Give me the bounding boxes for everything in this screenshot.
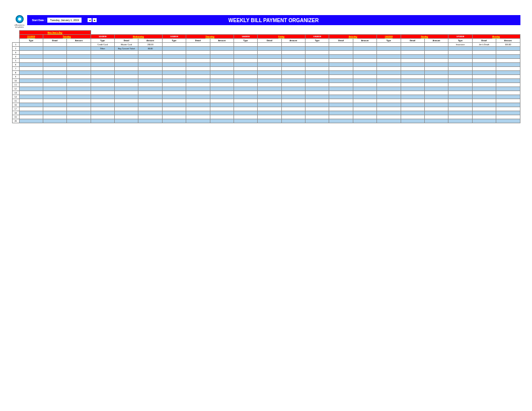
data-cell[interactable]	[496, 95, 520, 99]
data-cell[interactable]	[162, 103, 186, 107]
data-cell[interactable]	[43, 79, 66, 83]
data-cell[interactable]	[353, 111, 376, 115]
data-cell[interactable]	[258, 83, 281, 87]
data-cell[interactable]	[306, 59, 329, 63]
data-cell[interactable]	[210, 59, 234, 63]
data-cell[interactable]	[472, 111, 496, 115]
data-cell[interactable]	[401, 43, 424, 47]
data-cell[interactable]	[115, 63, 138, 67]
data-cell[interactable]	[424, 47, 448, 51]
data-cell[interactable]	[306, 99, 329, 103]
data-cell[interactable]	[496, 67, 520, 71]
data-cell[interactable]	[162, 115, 186, 119]
data-cell[interactable]	[306, 79, 329, 83]
data-cell[interactable]	[138, 59, 162, 63]
data-cell[interactable]	[115, 67, 138, 71]
data-cell[interactable]	[258, 87, 281, 91]
data-cell[interactable]	[138, 103, 162, 107]
data-cell[interactable]	[306, 47, 329, 51]
data-cell[interactable]	[281, 91, 305, 95]
data-cell[interactable]	[281, 107, 305, 111]
data-cell[interactable]	[472, 107, 496, 111]
data-cell[interactable]	[19, 99, 43, 103]
data-cell[interactable]	[306, 103, 329, 107]
data-cell[interactable]	[186, 111, 210, 115]
data-cell[interactable]	[234, 91, 257, 95]
data-cell[interactable]	[115, 119, 138, 123]
data-cell[interactable]	[19, 107, 43, 111]
data-cell[interactable]	[186, 115, 210, 119]
data-cell[interactable]	[91, 119, 114, 123]
data-cell[interactable]	[353, 43, 376, 47]
data-cell[interactable]	[353, 91, 376, 95]
data-cell[interactable]	[91, 87, 114, 91]
data-cell[interactable]	[353, 51, 376, 55]
data-cell[interactable]	[43, 47, 66, 51]
data-cell[interactable]	[43, 95, 66, 99]
data-cell[interactable]: 30.00	[138, 47, 162, 51]
data-cell[interactable]	[377, 79, 401, 83]
data-cell[interactable]	[353, 67, 376, 71]
data-cell[interactable]	[353, 63, 376, 67]
data-cell[interactable]	[353, 79, 376, 83]
data-cell[interactable]	[472, 75, 496, 79]
data-cell[interactable]	[91, 79, 114, 83]
data-cell[interactable]	[377, 55, 401, 59]
data-cell[interactable]	[19, 91, 43, 95]
data-cell[interactable]	[91, 59, 114, 63]
data-cell[interactable]	[43, 67, 66, 71]
data-cell[interactable]	[401, 87, 424, 91]
data-cell[interactable]	[19, 63, 43, 67]
data-cell[interactable]	[448, 99, 472, 103]
data-cell[interactable]	[19, 67, 43, 71]
data-cell[interactable]	[91, 67, 114, 71]
data-cell[interactable]	[115, 51, 138, 55]
data-cell[interactable]	[401, 59, 424, 63]
data-cell[interactable]	[186, 71, 210, 75]
data-cell[interactable]	[234, 87, 257, 91]
data-cell[interactable]	[258, 111, 281, 115]
data-cell[interactable]	[234, 51, 257, 55]
data-cell[interactable]	[138, 55, 162, 59]
data-cell[interactable]	[138, 111, 162, 115]
data-cell[interactable]	[353, 59, 376, 63]
data-cell[interactable]	[234, 75, 257, 79]
data-cell[interactable]	[186, 83, 210, 87]
data-cell[interactable]	[234, 55, 257, 59]
data-cell[interactable]	[377, 91, 401, 95]
data-cell[interactable]	[281, 47, 305, 51]
data-cell[interactable]	[329, 83, 353, 87]
data-cell[interactable]	[306, 87, 329, 91]
data-cell[interactable]	[306, 91, 329, 95]
data-cell[interactable]	[91, 75, 114, 79]
data-cell[interactable]	[186, 107, 210, 111]
data-cell[interactable]	[329, 67, 353, 71]
data-cell[interactable]	[19, 103, 43, 107]
data-cell[interactable]	[67, 51, 91, 55]
data-cell[interactable]	[281, 55, 305, 59]
data-cell[interactable]	[210, 55, 234, 59]
data-cell[interactable]	[472, 63, 496, 67]
data-cell[interactable]	[67, 67, 91, 71]
data-cell[interactable]	[67, 91, 91, 95]
data-cell[interactable]	[115, 103, 138, 107]
data-cell[interactable]	[162, 119, 186, 123]
data-cell[interactable]	[306, 75, 329, 79]
data-cell[interactable]	[67, 95, 91, 99]
data-cell[interactable]	[377, 71, 401, 75]
data-cell[interactable]	[424, 95, 448, 99]
data-cell[interactable]	[401, 91, 424, 95]
data-cell[interactable]	[19, 87, 43, 91]
data-cell[interactable]	[496, 55, 520, 59]
data-cell[interactable]	[306, 63, 329, 67]
data-cell[interactable]	[281, 43, 305, 47]
data-cell[interactable]	[258, 75, 281, 79]
data-cell[interactable]	[424, 75, 448, 79]
data-cell[interactable]	[162, 91, 186, 95]
data-cell[interactable]	[138, 107, 162, 111]
data-cell[interactable]	[258, 119, 281, 123]
data-cell[interactable]	[19, 43, 43, 47]
data-cell[interactable]: Credit Card	[91, 43, 114, 47]
data-cell[interactable]: Jim's Death	[472, 43, 496, 47]
data-cell[interactable]	[448, 67, 472, 71]
